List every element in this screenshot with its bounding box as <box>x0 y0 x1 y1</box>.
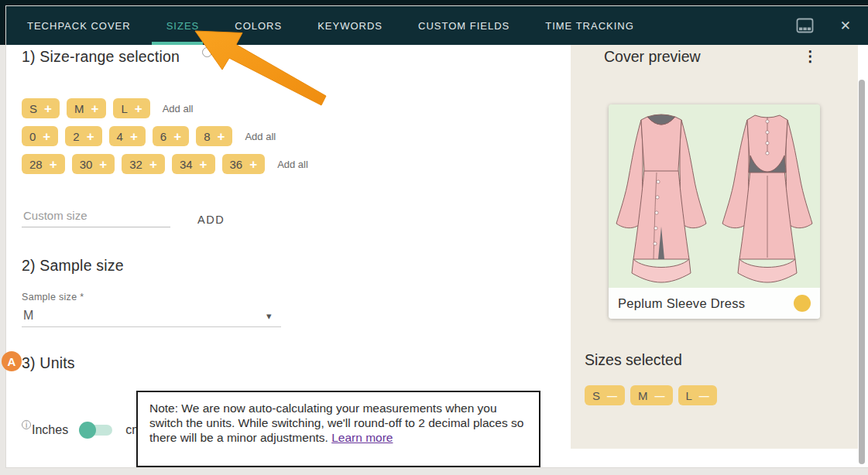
product-name: Peplum Sleeve Dress <box>618 296 745 311</box>
add-icon: + <box>99 158 107 171</box>
dress-sketch <box>609 104 820 288</box>
techpack-dialog: TECHPACK COVER SIZES COLORS KEYWORDS CUS… <box>6 6 868 467</box>
add-icon: + <box>249 158 257 171</box>
size-row-waist: 28+ 30+ 32+ 34+ 36+ Add all <box>22 154 308 174</box>
size-chip-label: S <box>29 102 37 115</box>
size-chip-add[interactable]: 34+ <box>172 154 215 174</box>
size-row-letter: S+ M+ L+ Add all <box>22 98 193 118</box>
tab-colors[interactable]: COLORS <box>235 20 282 32</box>
selected-size-chip[interactable]: S— <box>585 385 625 405</box>
size-chip-label: 8 <box>204 130 210 143</box>
add-all-link[interactable]: Add all <box>277 159 308 170</box>
tab-bar: TECHPACK COVER SIZES COLORS KEYWORDS CUS… <box>6 20 634 32</box>
chevron-down-icon[interactable]: ▾ <box>266 310 272 322</box>
size-chip-label: 2 <box>73 130 79 143</box>
sample-size-title: 2) Sample size <box>22 257 124 275</box>
size-chip-label: S <box>592 389 600 402</box>
size-chip-label: 28 <box>29 158 43 171</box>
size-chip-add[interactable]: S+ <box>22 98 60 118</box>
active-tab-indicator <box>152 42 203 45</box>
size-chip-label: M <box>638 389 648 402</box>
info-icon[interactable] <box>202 47 212 57</box>
color-swatch-dot[interactable] <box>794 295 811 312</box>
size-chip-add[interactable]: 28+ <box>22 154 65 174</box>
size-chip-label: L <box>686 389 692 402</box>
size-chip-label: 0 <box>29 130 36 143</box>
dialog-header: TECHPACK COVER SIZES COLORS KEYWORDS CUS… <box>6 6 868 45</box>
annotation-badge-a: A <box>2 351 22 371</box>
add-icon: + <box>91 102 98 115</box>
size-chip-add[interactable]: 0+ <box>22 126 58 146</box>
selected-size-chip[interactable]: L— <box>678 385 717 405</box>
kebab-menu-icon[interactable]: ⋮ <box>803 47 818 65</box>
add-icon: + <box>44 102 52 115</box>
size-chip-label: L <box>121 102 127 115</box>
size-chip-add[interactable]: M+ <box>67 98 106 118</box>
selected-size-chip[interactable]: M— <box>630 385 673 405</box>
card-view-icon[interactable] <box>796 18 814 33</box>
sketch-caption: Peplum Sleeve Dress <box>609 288 820 319</box>
units-toggle[interactable] <box>79 421 116 439</box>
size-chip-add[interactable]: 30+ <box>72 154 115 174</box>
size-chip-label: 36 <box>230 158 243 171</box>
size-chip-add[interactable]: L+ <box>113 98 149 118</box>
sample-size-select[interactable] <box>22 326 281 327</box>
scrollbar-thumb[interactable] <box>859 80 865 464</box>
add-icon: + <box>130 130 138 143</box>
units-note: Note: We are now auto-calculating your m… <box>136 391 540 467</box>
size-chip-label: 32 <box>129 158 142 171</box>
add-all-link[interactable]: Add all <box>245 131 276 142</box>
learn-more-link[interactable]: Learn more <box>331 431 393 444</box>
tab-time-tracking[interactable]: TIME TRACKING <box>545 20 634 32</box>
size-chip-add[interactable]: 6+ <box>153 126 189 146</box>
info-icon[interactable]: i <box>22 420 31 429</box>
size-chip-add[interactable]: 36+ <box>222 154 266 174</box>
add-custom-size-button[interactable]: ADD <box>197 214 225 226</box>
close-icon[interactable]: ✕ <box>840 18 851 34</box>
size-chip-label: 34 <box>180 158 193 171</box>
size-range-title: 1) Size-range selection <box>22 48 180 66</box>
units-title: 3) Units <box>22 354 75 372</box>
cover-preview-title: Cover preview <box>604 48 701 66</box>
selected-sizes-row: S— M— L— <box>585 385 717 405</box>
remove-icon: — <box>655 390 665 402</box>
add-icon: + <box>43 130 50 143</box>
add-icon: + <box>217 130 225 143</box>
size-chip-label: 4 <box>117 130 123 143</box>
size-chip-add[interactable]: 2+ <box>65 126 101 146</box>
add-all-link[interactable]: Add all <box>163 103 194 114</box>
remove-icon: — <box>699 390 709 402</box>
add-icon: + <box>200 158 208 171</box>
inches-label: Inches <box>32 423 68 437</box>
add-icon: + <box>50 158 57 171</box>
tab-custom-fields[interactable]: CUSTOM FIELDS <box>418 20 509 32</box>
sample-size-label: Sample size * <box>22 292 84 302</box>
size-chip-label: M <box>74 102 84 115</box>
size-chip-add[interactable]: 8+ <box>196 126 232 146</box>
size-chip-label: 30 <box>80 158 93 171</box>
add-icon: + <box>173 130 181 143</box>
remove-icon: — <box>607 390 617 402</box>
tab-sizes[interactable]: SIZES <box>166 20 200 32</box>
tab-keywords[interactable]: KEYWORDS <box>317 20 383 32</box>
cover-preview-panel: Cover preview ⋮ <box>571 45 858 449</box>
custom-size-input[interactable] <box>22 206 170 227</box>
size-chip-add[interactable]: 4+ <box>109 126 146 146</box>
tab-techpack-cover[interactable]: TECHPACK COVER <box>27 20 131 32</box>
add-icon: + <box>135 102 142 115</box>
sizes-selected-title: Sizes selected <box>585 351 682 369</box>
add-icon: + <box>149 158 157 171</box>
toggle-knob[interactable] <box>79 422 96 439</box>
units-toggle-row: i Inches cm <box>22 421 142 439</box>
add-icon: + <box>87 130 94 143</box>
sample-size-value: M <box>23 309 33 323</box>
size-chip-label: 6 <box>160 130 166 143</box>
cover-preview-card[interactable]: Peplum Sleeve Dress <box>609 104 820 319</box>
size-chip-add[interactable]: 32+ <box>122 154 165 174</box>
size-row-numeric: 0+ 2+ 4+ 6+ 8+ Add all <box>22 126 276 146</box>
